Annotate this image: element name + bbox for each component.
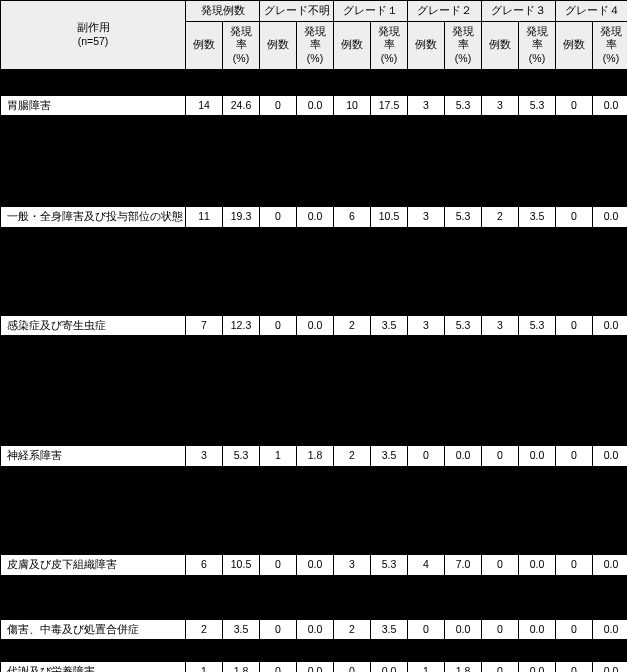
cell-value: 3.5 [371, 446, 408, 467]
header-count: 例数 [334, 21, 371, 69]
cell-value: 0 [482, 446, 519, 467]
cell-value: 3.5 [223, 619, 260, 640]
cell-value: 0.0 [519, 446, 556, 467]
cell-value: 0 [556, 555, 593, 576]
header-count: 例数 [482, 21, 519, 69]
row-label: 感染症及び寄生虫症 [1, 315, 186, 336]
cell-value: 17.5 [371, 95, 408, 116]
cell-value: 0.0 [445, 446, 482, 467]
cell-value: 0 [408, 619, 445, 640]
adverse-events-table: 副作用(n=57) 発現例数 グレード不明 グレード１ グレード２ グレード３ … [0, 0, 627, 672]
cell-value: 0.0 [297, 555, 334, 576]
cell-value: 2 [334, 315, 371, 336]
cell-value: 0.0 [593, 446, 628, 467]
cell-value: 0 [556, 619, 593, 640]
cell-value: 6 [186, 555, 223, 576]
cell-value: 4 [408, 555, 445, 576]
cell-value: 0.0 [593, 555, 628, 576]
cell-value: 12.3 [223, 315, 260, 336]
cell-value: 0.0 [371, 662, 408, 672]
cell-value: 5.3 [223, 446, 260, 467]
cell-value: 0 [260, 619, 297, 640]
cell-value: 0 [482, 555, 519, 576]
cell-value: 1 [260, 446, 297, 467]
header-group-0: 発現例数 [186, 1, 260, 22]
cell-value: 24.6 [223, 95, 260, 116]
cell-value: 3 [408, 207, 445, 228]
cell-value: 10 [334, 95, 371, 116]
cell-value: 5.3 [519, 95, 556, 116]
cell-value: 0 [556, 446, 593, 467]
cell-value: 3 [186, 446, 223, 467]
cell-value: 0 [334, 662, 371, 672]
cell-value: 2 [186, 619, 223, 640]
header-count: 例数 [556, 21, 593, 69]
cell-value: 6 [334, 207, 371, 228]
cell-value: 0 [482, 619, 519, 640]
cell-value: 0.0 [297, 315, 334, 336]
row-label: 神経系障害 [1, 446, 186, 467]
header-adverse-effect: 副作用(n=57) [1, 1, 186, 70]
header-group-1: グレード不明 [260, 1, 334, 22]
cell-value: 0 [408, 446, 445, 467]
cell-value: 0 [260, 662, 297, 672]
cell-value: 0.0 [519, 662, 556, 672]
cell-value: 0 [482, 662, 519, 672]
cell-value: 0 [556, 315, 593, 336]
cell-value: 0.0 [593, 207, 628, 228]
table-row: 一般・全身障害及び投与部位の状態1119.300.0610.535.323.50… [1, 207, 628, 228]
table-row: 感染症及び寄生虫症712.300.023.535.335.300.0 [1, 315, 628, 336]
cell-value: 5.3 [445, 207, 482, 228]
cell-value: 7 [186, 315, 223, 336]
cell-value: 3.5 [519, 207, 556, 228]
cell-value: 0 [260, 207, 297, 228]
cell-value: 3 [482, 315, 519, 336]
cell-value: 5.3 [445, 95, 482, 116]
header-rate: 発現率(%) [519, 21, 556, 69]
cell-value: 0 [260, 555, 297, 576]
cell-value: 1 [408, 662, 445, 672]
table-row: 皮膚及び皮下組織障害610.500.035.347.000.000.0 [1, 555, 628, 576]
header-rate: 発現率(%) [371, 21, 408, 69]
cell-value: 0.0 [519, 555, 556, 576]
header-count: 例数 [408, 21, 445, 69]
row-label: 皮膚及び皮下組織障害 [1, 555, 186, 576]
cell-value: 0.0 [593, 619, 628, 640]
table-row: 代謝及び栄養障害11.800.000.011.800.000.0 [1, 662, 628, 672]
cell-value: 1.8 [297, 446, 334, 467]
cell-value: 3.5 [371, 315, 408, 336]
cell-value: 1 [186, 662, 223, 672]
cell-value: 3 [408, 315, 445, 336]
header-count: 例数 [260, 21, 297, 69]
cell-value: 0 [260, 315, 297, 336]
header-rate: 発現率(%) [297, 21, 334, 69]
header-rate: 発現率(%) [223, 21, 260, 69]
cell-value: 7.0 [445, 555, 482, 576]
cell-value: 3 [334, 555, 371, 576]
cell-value: 0.0 [593, 95, 628, 116]
cell-value: 1.8 [223, 662, 260, 672]
cell-value: 0.0 [297, 95, 334, 116]
header-group-3: グレード２ [408, 1, 482, 22]
cell-value: 5.3 [371, 555, 408, 576]
cell-value: 0 [556, 207, 593, 228]
row-label: 代謝及び栄養障害 [1, 662, 186, 672]
cell-value: 0.0 [297, 207, 334, 228]
cell-value: 0.0 [519, 619, 556, 640]
cell-value: 10.5 [371, 207, 408, 228]
table-row: 神経系障害35.311.823.500.000.000.0 [1, 446, 628, 467]
cell-value: 0 [260, 95, 297, 116]
cell-value: 11 [186, 207, 223, 228]
cell-value: 19.3 [223, 207, 260, 228]
cell-value: 0.0 [593, 315, 628, 336]
cell-value: 5.3 [445, 315, 482, 336]
header-group-2: グレード１ [334, 1, 408, 22]
header-rate: 発現率(%) [445, 21, 482, 69]
row-label: 一般・全身障害及び投与部位の状態 [1, 207, 186, 228]
cell-value: 0.0 [445, 619, 482, 640]
cell-value: 2 [334, 619, 371, 640]
header-group-5: グレード４ [556, 1, 628, 22]
cell-value: 0 [556, 662, 593, 672]
header-count: 例数 [186, 21, 223, 69]
cell-value: 0 [556, 95, 593, 116]
